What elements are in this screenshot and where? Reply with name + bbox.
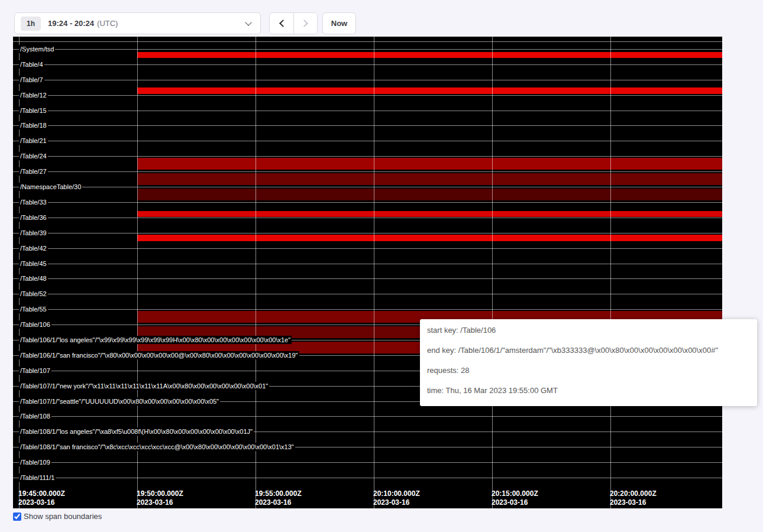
row-label: /Table/107 xyxy=(19,366,51,375)
heat-band xyxy=(137,158,722,170)
row-label: /Table/106/1/"san francisco"/"\x80\x00\x… xyxy=(19,351,299,359)
x-axis-time-label: 20:15:00.000Z xyxy=(492,489,538,498)
row-label: /Table/52 xyxy=(19,290,48,298)
row-label: /Table/111/1 xyxy=(19,473,56,482)
span-boundary-line xyxy=(13,309,722,310)
x-axis-tick: 20:20:00.000Z2023-03-16 xyxy=(610,489,657,507)
x-axis-date-label: 2023-03-16 xyxy=(255,498,302,507)
timezone-text: (UTC) xyxy=(97,19,118,28)
row-label: /Table/106 xyxy=(19,320,51,329)
row-label: /Table/106/1/"los angeles"/"\x99\x99\x99… xyxy=(19,336,292,344)
span-boundary-line xyxy=(13,80,722,80)
x-axis-date-label: 2023-03-16 xyxy=(18,498,65,507)
row-label: /Table/45 xyxy=(19,259,48,268)
key-visualizer-canvas[interactable]: 19:45:00.000Z2023-03-1619:50:00.000Z2023… xyxy=(13,37,722,508)
time-gridline xyxy=(492,37,493,508)
span-boundary-line xyxy=(13,233,722,233)
x-axis-time-label: 20:20:00.000Z xyxy=(610,489,657,498)
time-gridline xyxy=(374,37,374,508)
x-axis-time-label: 19:45:00.000Z xyxy=(18,489,65,498)
row-label: /Table/55 xyxy=(19,305,48,313)
row-label: /Table/15 xyxy=(19,106,48,115)
x-axis-tick: 19:45:00.000Z2023-03-16 xyxy=(18,489,65,507)
tooltip-end-key: end key: /Table/106/1/"amsterdam"/"\xb33… xyxy=(427,346,750,355)
row-label: /NamespaceTable/30 xyxy=(19,183,82,191)
row-label: /System/tsd xyxy=(19,45,55,53)
prev-time-button[interactable] xyxy=(270,13,293,34)
show-span-boundaries-label: Show span boundaries xyxy=(24,512,102,521)
span-boundary-line xyxy=(13,141,722,141)
x-axis-tick: 19:50:00.000Z2023-03-16 xyxy=(137,489,183,507)
row-label: /Table/18 xyxy=(19,121,48,129)
row-label: /Table/33 xyxy=(19,198,48,206)
span-boundary-line xyxy=(13,125,722,126)
span-boundary-line xyxy=(13,248,722,249)
span-boundary-line xyxy=(13,294,722,294)
now-button[interactable]: Now xyxy=(322,12,356,34)
row-label: /Table/42 xyxy=(19,244,48,252)
row-label: /Table/4 xyxy=(19,60,44,69)
x-axis-date-label: 2023-03-16 xyxy=(492,498,538,507)
time-gridline xyxy=(137,37,138,508)
span-boundary-line xyxy=(13,95,722,96)
span-tooltip: start key: /Table/106 end key: /Table/10… xyxy=(420,319,757,406)
tooltip-time: time: Thu, 16 Mar 2023 19:55:00 GMT xyxy=(427,386,750,395)
row-label: /Table/36 xyxy=(19,213,48,222)
x-axis-tick: 19:55:00.000Z2023-03-16 xyxy=(255,489,302,507)
tooltip-requests: requests: 28 xyxy=(427,366,750,375)
span-boundary-line xyxy=(13,41,722,42)
span-boundary-line xyxy=(13,462,722,463)
heat-band xyxy=(137,235,722,241)
x-axis-time-label: 19:50:00.000Z xyxy=(137,489,183,498)
row-label: /Table/24 xyxy=(19,152,48,160)
span-boundary-line xyxy=(13,416,722,417)
row-label: /Table/107/1/"seattle"/"UUUUUUD\x00\x80\… xyxy=(19,397,220,406)
time-range-text: 19:24 - 20:24 xyxy=(48,19,94,28)
chevron-right-icon xyxy=(300,20,308,27)
span-boundary-line xyxy=(13,64,722,65)
row-label: /Table/21 xyxy=(19,137,48,145)
span-boundary-line xyxy=(13,111,722,111)
row-label: /Table/108/1/"san francisco"/"\x8c\xcc\x… xyxy=(19,443,295,451)
x-axis-date-label: 2023-03-16 xyxy=(610,498,657,507)
row-label: /Table/108 xyxy=(19,412,51,420)
span-boundary-line xyxy=(13,278,722,279)
span-boundary-line xyxy=(13,202,722,203)
heat-band xyxy=(137,211,722,217)
span-boundary-line xyxy=(13,218,722,218)
span-boundary-line xyxy=(13,49,722,50)
chevron-left-icon xyxy=(279,20,287,27)
row-label: /Table/12 xyxy=(19,91,48,99)
next-time-button[interactable] xyxy=(293,13,317,34)
row-label: /Table/27 xyxy=(19,167,48,176)
row-label: /Table/39 xyxy=(19,229,48,237)
time-range-select[interactable]: 1h 19:24 - 20:24 (UTC) xyxy=(14,12,261,34)
heat-band xyxy=(137,87,722,94)
x-axis-tick: 20:15:00.000Z2023-03-16 xyxy=(492,489,538,507)
span-boundary-line xyxy=(13,264,722,264)
x-axis-time-label: 20:10:00.000Z xyxy=(373,489,420,498)
span-boundary-line xyxy=(13,171,722,172)
x-axis-date-label: 2023-03-16 xyxy=(373,498,420,507)
duration-badge: 1h xyxy=(21,17,41,31)
span-boundary-line xyxy=(13,156,722,157)
row-label: /Table/107/1/"new york"/"\x11\x11\x11\x1… xyxy=(19,382,269,390)
tooltip-start-key: start key: /Table/106 xyxy=(427,326,750,335)
time-gridline xyxy=(610,37,611,508)
time-pager xyxy=(269,12,318,34)
row-label: /Table/108/1/"los angeles"/"\xa8\xf5\u00… xyxy=(19,427,254,436)
time-gridline xyxy=(256,37,256,508)
x-axis-time-label: 19:55:00.000Z xyxy=(255,489,302,498)
heat-band xyxy=(137,173,722,185)
x-axis-tick: 20:10:00.000Z2023-03-16 xyxy=(373,489,420,507)
row-label: /Table/7 xyxy=(19,76,44,84)
footer: Show span boundaries xyxy=(13,512,102,521)
chevron-down-icon xyxy=(245,19,251,25)
x-axis-date-label: 2023-03-16 xyxy=(137,498,183,507)
row-label: /Table/48 xyxy=(19,274,48,283)
row-label: /Table/109 xyxy=(19,458,51,466)
span-boundary-line xyxy=(13,478,722,478)
span-boundary-line xyxy=(13,187,722,187)
heat-band xyxy=(137,189,722,200)
show-span-boundaries-checkbox[interactable] xyxy=(13,512,21,521)
